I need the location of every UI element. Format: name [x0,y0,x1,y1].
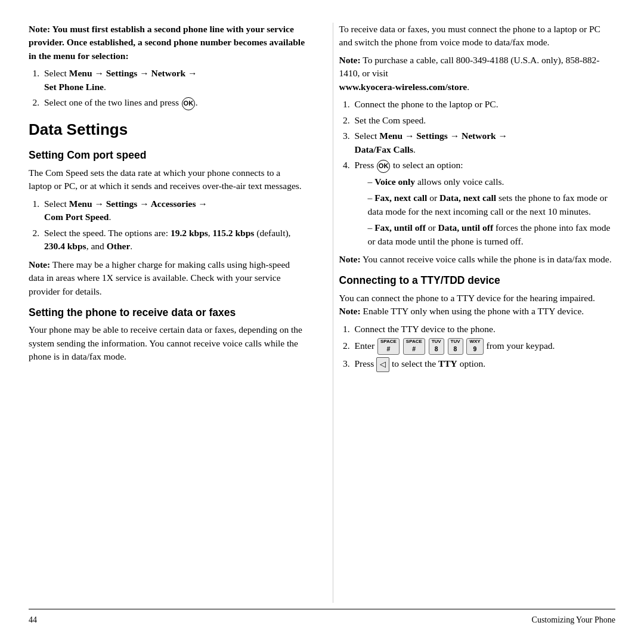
note4-label: Note: [339,254,361,264]
option-list: Voice only allows only voice calls. Fax,… [366,175,616,248]
key-9: WXY9 [466,338,483,355]
ok-button-icon2: OK [377,160,390,173]
menu-path-datafax: Menu → Settings → Network →Data/Fax Call… [355,131,508,154]
receive-steps: Connect the phone to the laptop or PC. S… [352,98,616,248]
columns: Note: You must first establish a second … [29,23,615,603]
speed-option-other: Other [107,241,131,251]
list-item: Set the Com speed. [352,114,616,127]
speed-option: 19.2 kbps [171,228,208,238]
voice-only-option: Voice only [374,177,415,187]
list-item: Connect the TTY device to the phone. [352,323,616,336]
section-label: Customizing Your Phone [532,614,615,626]
data-next-option: Data, next call [439,193,496,203]
data-until-option: Data, until off [438,222,493,233]
fax-until-option: Fax, until off [374,222,426,233]
section3-body: You can connect the phone to a TTY devic… [339,292,616,318]
list-item: Fax, next call or Data, next call sets t… [366,191,616,218]
list-item: Select Menu → Settings → Accessories →Co… [42,197,305,224]
intro-receive: To receive data or faxes, you must conne… [339,23,616,49]
list-item: Press ◁ to select the TTY option. [352,357,616,372]
list-item: Select the speed. The options are: 19.2 … [42,227,305,253]
speed-option-high: 230.4 kbps [44,241,86,251]
initial-steps: Select Menu → Settings → Network →Set Ph… [42,67,305,110]
section3-title: Connecting to a TTY/TDD device [339,273,616,288]
key-8a: TUV8 [429,338,444,355]
footer: 44 Customizing Your Phone [29,609,615,626]
list-item: Select one of the two lines and press OK… [42,96,305,110]
page: Note: You must first establish a second … [0,0,644,644]
key-8b: TUV8 [448,338,463,355]
ok-button-icon: OK [182,97,195,110]
col-right: To receive data or faxes, you must conne… [333,23,616,603]
menu-key-icon: ◁ [376,357,389,372]
chapter-title: Data Settings [29,119,305,141]
list-item: Voice only allows only voice calls. [366,175,616,188]
menu-path-accessories: Menu → Settings → Accessories →Com Port … [44,199,208,222]
list-item: Select Menu → Settings → Network →Data/F… [352,129,616,156]
fax-next-option: Fax, next call [374,193,427,203]
tty-steps: Connect the TTY device to the phone. Ent… [352,323,616,372]
note1-label: Note: You must first establish a second … [29,24,305,61]
list-item: Connect the phone to the laptop or PC. [352,98,616,111]
section1-body: The Com Speed sets the data rate at whic… [29,166,305,193]
note5-label: Note: [339,306,361,316]
col-left: Note: You must first establish a second … [29,23,311,603]
section2-title: Setting the phone to receive data or fax… [29,305,305,320]
list-item: Select Menu → Settings → Network →Set Ph… [42,67,305,94]
note3: Note: To purchase a cable, call 800-349-… [339,54,616,94]
section1-steps: Select Menu → Settings → Accessories →Co… [42,197,305,253]
key-hash2: SPACE# [403,338,425,355]
list-item: Fax, until off or Data, until off forces… [366,221,616,248]
note2: Note: There may be a higher charge for m… [29,258,305,298]
menu-path: Menu → Settings → Network →Set Phone Lin… [44,68,197,91]
tty-label: TTY [438,358,457,369]
speed-option-default: 115.2 kbps [213,228,255,238]
kyocera-url: www.kyocera-wireless.com/store [339,82,467,92]
note4: Note: You cannot receive voice calls whi… [339,253,616,266]
note3-label: Note: [339,55,361,65]
section1-title: Setting Com port speed [29,148,305,163]
note2-label: Note: [29,259,50,270]
key-hash1: SPACE# [377,338,400,355]
list-item: Press OK to select an option: Voice only… [352,159,616,248]
list-item: Enter SPACE# SPACE# TUV8 TUV8 WXY9 from … [352,338,616,355]
note1: Note: You must first establish a second … [29,23,305,63]
page-number: 44 [29,614,37,626]
section2-body: Your phone may be able to receive certai… [29,323,305,363]
